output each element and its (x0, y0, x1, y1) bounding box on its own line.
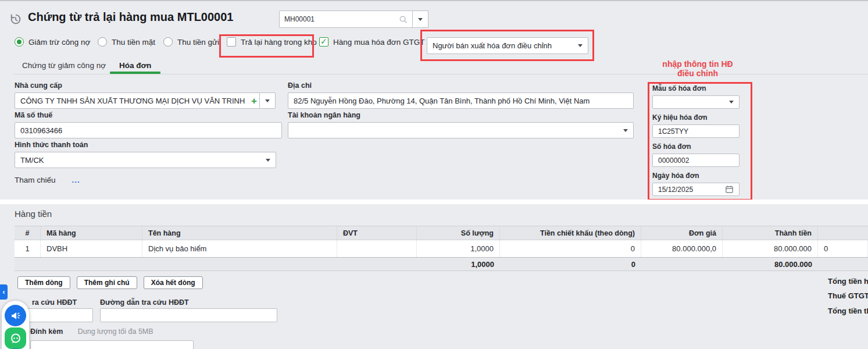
cell-unit[interactable] (337, 240, 417, 257)
reference-label: Tham chiếu (15, 176, 56, 184)
invoice-template-select[interactable] (652, 95, 740, 109)
cell-item-code[interactable]: DVBH (41, 240, 142, 257)
radio-giam-tru-cong-no[interactable]: Giảm trừ công nợ (15, 37, 90, 47)
tab-hoa-don[interactable]: Hóa đơn (119, 61, 151, 70)
total-spacer (641, 258, 723, 270)
bank-account-select[interactable] (288, 122, 634, 138)
reference-more-link[interactable]: ... (72, 176, 80, 184)
attachment-label-text: Đính kèm (30, 327, 63, 336)
table-row[interactable]: 1 DVBH Dịch vụ bảo hiểm 1,0000 0 80.000.… (15, 240, 868, 257)
add-row-button[interactable]: Thêm dòng (17, 276, 70, 289)
total-spacer (142, 258, 337, 270)
payment-method-select[interactable]: TM/CK (15, 152, 276, 168)
radio-label: Giảm trừ công nợ (28, 38, 90, 47)
radio-thu-tien-gui[interactable]: Thu tiền gửi (163, 37, 219, 47)
document-search-dropdown-button[interactable] (413, 10, 428, 28)
field-label: Tài khoản ngân hàng (288, 111, 634, 119)
checkbox-icon[interactable] (227, 37, 236, 47)
radio-thu-tien-mat[interactable]: Thu tiền mặt (98, 37, 155, 47)
radio-label: Thu tiền gửi (177, 38, 219, 47)
chevron-down-icon (623, 129, 628, 132)
annotation-note-line1: nhập thông tin HĐ (650, 59, 745, 69)
announcement-fab[interactable] (5, 305, 26, 326)
cell-index[interactable]: 1 (15, 240, 41, 257)
invoice-date-field[interactable] (652, 183, 740, 196)
line-items-section-title: Hàng tiền (15, 209, 52, 219)
invoice-date-input[interactable] (658, 186, 725, 194)
invoice-number-field[interactable] (652, 154, 740, 167)
table-action-buttons: Thêm dòng Thêm ghi chú Xóa hết dòng (17, 276, 203, 289)
annotation-note-line2: điều chỉnh (650, 69, 745, 78)
total-spacer (15, 258, 41, 270)
total-spacer (41, 258, 142, 270)
section-separator (0, 200, 868, 204)
field-address: Địa chỉ (288, 81, 634, 109)
address-field[interactable] (288, 92, 634, 109)
add-note-button[interactable]: Thêm ghi chú (77, 276, 137, 289)
field-payment-method: Hình thức thanh toán TM/CK (15, 141, 276, 168)
annotation-note: nhập thông tin HĐ điều chỉnh (650, 59, 745, 78)
total-spacer (818, 258, 868, 270)
history-icon[interactable] (9, 13, 22, 26)
document-search-combo (279, 10, 428, 28)
sidebar-collapse-button[interactable]: ‹ (0, 284, 8, 300)
address-input[interactable] (294, 97, 628, 105)
col-item-name: Tên hàng (142, 226, 337, 240)
supplier-combo[interactable]: + (15, 92, 276, 109)
attachment-label: Đính kèm Dung lượng tối đa 5MB (30, 327, 153, 336)
invoice-symbol-input[interactable] (658, 127, 734, 136)
cell-quantity[interactable]: 1,0000 (417, 240, 500, 257)
cell-amount[interactable]: 80.000.000 (723, 240, 818, 257)
total-spacer (337, 258, 417, 270)
chevron-down-icon (578, 44, 583, 47)
checkbox-hang-mua-hoa-don-gtgt[interactable]: Hàng mua hóa đơn GTGT (319, 37, 424, 47)
col-unit-price: Đơn giá (641, 226, 723, 240)
attachment-dropzone[interactable] (30, 340, 194, 349)
field-label: Ký hiệu hóa đơn (652, 113, 740, 122)
checkbox-label: Trả lại hàng trong kho (241, 38, 317, 47)
checkbox-label: Hàng mua hóa đơn GTGT (333, 38, 424, 47)
radio-label: Thu tiền mặt (112, 38, 155, 47)
payment-method-value: TM/CK (20, 156, 44, 165)
radio-icon[interactable] (98, 37, 107, 47)
invoice-symbol-field[interactable] (652, 124, 740, 138)
col-discount: Tiền chiết khấu (theo dòng) (500, 226, 641, 240)
chat-support-fab[interactable] (5, 327, 26, 349)
field-supplier: Nhà cung cấp + (15, 81, 276, 109)
cell-extra[interactable]: 0 (818, 240, 868, 257)
tax-code-input[interactable] (20, 126, 276, 135)
attachment-hint: Dung lượng tối đa 5MB (78, 327, 153, 336)
tab-chung-tu-giam-cong-no[interactable]: Chứng từ giảm công nợ (22, 61, 106, 70)
invoice-adjust-type-select[interactable]: Người bán xuất hóa đơn điều chỉnh (427, 37, 588, 54)
radio-icon[interactable] (163, 37, 173, 47)
cell-discount[interactable]: 0 (500, 240, 641, 257)
calendar-icon[interactable] (725, 185, 734, 194)
chevron-down-icon (418, 18, 423, 21)
document-search-input[interactable] (284, 15, 399, 23)
invoice-lookup-url-input[interactable] (100, 308, 277, 322)
cell-unit-price[interactable]: 80.000.000,0 (641, 240, 723, 257)
invoice-number-input[interactable] (658, 156, 734, 165)
radio-selected-icon[interactable] (15, 37, 24, 47)
search-icon (399, 15, 408, 24)
chevron-down-icon (265, 99, 270, 102)
col-amount: Thành tiền (723, 226, 818, 240)
col-item-code: Mã hàng (41, 226, 142, 240)
field-tax-code: Mã số thuế (15, 111, 282, 138)
chevron-down-icon (266, 159, 270, 162)
document-search-field[interactable] (279, 10, 413, 28)
supplier-dropdown-button[interactable] (259, 93, 275, 108)
checkbox-tra-lai-hang-trong-kho[interactable]: Trả lại hàng trong kho (227, 37, 317, 47)
tax-code-field[interactable] (15, 122, 282, 138)
field-label: Nhà cung cấp (15, 81, 276, 90)
voucher-options-row: Giảm trừ công nợ Thu tiền mặt Thu tiền g… (0, 37, 868, 55)
line-items-table: # Mã hàng Tên hàng ĐVT Số lượng Tiền chi… (15, 226, 868, 271)
delete-all-rows-button[interactable]: Xóa hết dòng (144, 276, 203, 289)
supplier-input[interactable] (20, 97, 249, 105)
add-supplier-icon[interactable]: + (249, 96, 259, 106)
field-label: Mã số thuế (15, 111, 282, 119)
cell-item-name[interactable]: Dịch vụ bảo hiểm (142, 240, 337, 257)
field-bank-account: Tài khoản ngân hàng (288, 111, 634, 138)
total-payment-label: Tổng tiền th (828, 307, 868, 315)
checkbox-checked-icon[interactable] (319, 37, 328, 47)
